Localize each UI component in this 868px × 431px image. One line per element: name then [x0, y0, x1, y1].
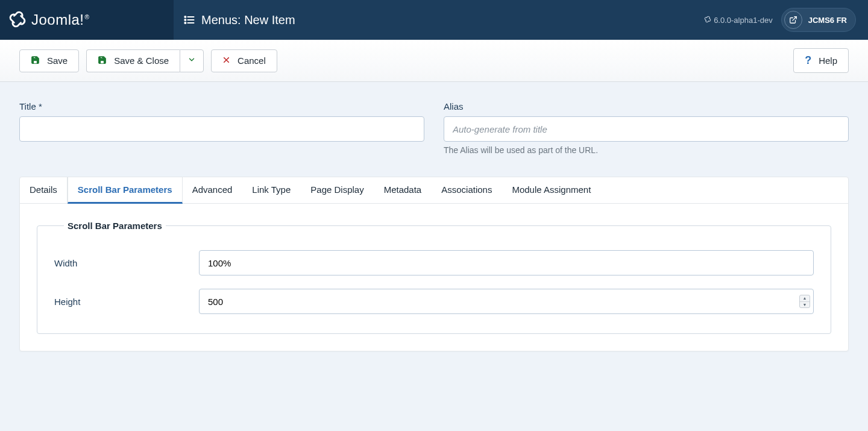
- tab-module-assignment[interactable]: Module Assignment: [502, 177, 601, 203]
- cancel-button-label: Cancel: [237, 55, 266, 66]
- tab-scroll-bar-parameters[interactable]: Scroll Bar Parameters: [68, 177, 183, 204]
- content-area: Title * Alias The Alias will be used as …: [0, 82, 868, 371]
- tab-metadata[interactable]: Metadata: [374, 177, 432, 203]
- save-dropdown-button[interactable]: [180, 49, 204, 72]
- joomla-mark-icon: [704, 16, 711, 25]
- alias-input[interactable]: [444, 116, 849, 142]
- fieldset-legend: Scroll Bar Parameters: [64, 221, 166, 231]
- external-link-icon: [784, 11, 802, 29]
- help-icon: ?: [805, 54, 811, 67]
- alias-label: Alias: [444, 101, 849, 112]
- save-icon: [98, 55, 107, 66]
- tab-panel: Scroll Bar Parameters Width Height ▲ ▼: [20, 204, 848, 351]
- title-input[interactable]: [19, 116, 424, 142]
- version-label: 6.0.0-alpha1-dev: [704, 16, 773, 25]
- page-title: Menus: New Item: [201, 13, 295, 27]
- alias-hint: The Alias will be used as part of the UR…: [444, 145, 849, 155]
- header-right: 6.0.0-alpha1-dev JCMS6 FR: [704, 0, 868, 40]
- title-label: Title *: [19, 101, 424, 112]
- save-close-label: Save & Close: [114, 55, 169, 66]
- tab-link-type[interactable]: Link Type: [242, 177, 301, 203]
- save-close-group: Save & Close: [86, 49, 204, 72]
- svg-line-6: [793, 17, 796, 20]
- brand: Joomla!®: [0, 0, 174, 40]
- svg-point-4: [184, 22, 186, 24]
- save-button[interactable]: Save: [19, 49, 79, 72]
- alias-field: Alias The Alias will be used as part of …: [444, 101, 849, 155]
- save-button-label: Save: [47, 55, 68, 66]
- app-header: Joomla!® Menus: New Item 6.0.0-alpha1-de…: [0, 0, 868, 40]
- save-icon: [31, 55, 40, 66]
- chevron-down-icon: [187, 55, 196, 66]
- chevron-down-icon: ▼: [800, 302, 810, 308]
- title-field: Title *: [19, 101, 424, 155]
- tab-details[interactable]: Details: [20, 177, 68, 203]
- height-input[interactable]: [199, 289, 814, 314]
- brand-text: Joomla!®: [31, 11, 89, 28]
- tab-associations[interactable]: Associations: [432, 177, 502, 203]
- help-button[interactable]: ? Help: [793, 48, 849, 73]
- open-site-button[interactable]: JCMS6 FR: [781, 8, 856, 32]
- svg-point-2: [184, 19, 186, 20]
- number-stepper[interactable]: ▲ ▼: [799, 295, 810, 308]
- save-close-button[interactable]: Save & Close: [86, 49, 180, 72]
- version-text: 6.0.0-alpha1-dev: [714, 16, 773, 25]
- open-site-label: JCMS6 FR: [808, 16, 847, 25]
- action-toolbar: Save Save & Close Cancel ? Help: [0, 40, 868, 82]
- joomla-logo-icon: [8, 10, 27, 30]
- width-input[interactable]: [199, 250, 814, 275]
- scroll-bar-parameters-fieldset: Scroll Bar Parameters Width Height ▲ ▼: [37, 221, 831, 334]
- page-title-bar: Menus: New Item: [174, 0, 704, 40]
- tab-advanced[interactable]: Advanced: [183, 177, 243, 203]
- tabs-card: Details Scroll Bar Parameters Advanced L…: [19, 177, 849, 351]
- height-label: Height: [54, 297, 199, 307]
- svg-point-0: [184, 16, 186, 17]
- list-icon: [183, 14, 195, 26]
- tab-page-display[interactable]: Page Display: [301, 177, 374, 203]
- tabs-bar: Details Scroll Bar Parameters Advanced L…: [20, 177, 848, 204]
- cancel-button[interactable]: Cancel: [211, 49, 277, 72]
- width-label: Width: [54, 258, 199, 268]
- close-icon: [222, 55, 230, 66]
- chevron-up-icon: ▲: [800, 295, 810, 302]
- help-button-label: Help: [819, 55, 837, 66]
